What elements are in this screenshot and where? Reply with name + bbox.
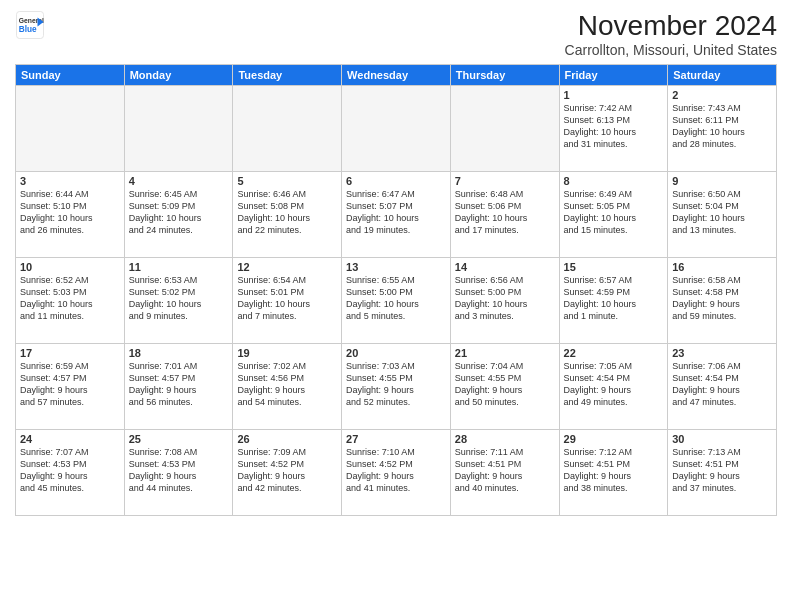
day-number: 24: [20, 433, 120, 445]
day-number: 25: [129, 433, 229, 445]
day-number: 1: [564, 89, 664, 101]
calendar-cell: 17Sunrise: 6:59 AM Sunset: 4:57 PM Dayli…: [16, 344, 125, 430]
day-number: 14: [455, 261, 555, 273]
day-number: 13: [346, 261, 446, 273]
day-number: 5: [237, 175, 337, 187]
day-detail: Sunrise: 7:04 AM Sunset: 4:55 PM Dayligh…: [455, 360, 555, 409]
day-detail: Sunrise: 7:10 AM Sunset: 4:52 PM Dayligh…: [346, 446, 446, 495]
title-block: November 2024 Carrollton, Missouri, Unit…: [565, 10, 777, 58]
calendar-cell: 8Sunrise: 6:49 AM Sunset: 5:05 PM Daylig…: [559, 172, 668, 258]
calendar-cell: [450, 86, 559, 172]
day-detail: Sunrise: 7:12 AM Sunset: 4:51 PM Dayligh…: [564, 446, 664, 495]
day-detail: Sunrise: 7:13 AM Sunset: 4:51 PM Dayligh…: [672, 446, 772, 495]
weekday-header-sunday: Sunday: [16, 65, 125, 86]
day-number: 9: [672, 175, 772, 187]
day-detail: Sunrise: 7:11 AM Sunset: 4:51 PM Dayligh…: [455, 446, 555, 495]
calendar-cell: 24Sunrise: 7:07 AM Sunset: 4:53 PM Dayli…: [16, 430, 125, 516]
day-detail: Sunrise: 7:43 AM Sunset: 6:11 PM Dayligh…: [672, 102, 772, 151]
day-detail: Sunrise: 6:57 AM Sunset: 4:59 PM Dayligh…: [564, 274, 664, 323]
day-number: 7: [455, 175, 555, 187]
day-number: 4: [129, 175, 229, 187]
day-number: 2: [672, 89, 772, 101]
svg-text:Blue: Blue: [19, 25, 37, 34]
day-number: 30: [672, 433, 772, 445]
calendar-cell: [342, 86, 451, 172]
day-number: 12: [237, 261, 337, 273]
day-number: 26: [237, 433, 337, 445]
logo-icon: General Blue: [15, 10, 45, 40]
weekday-header-row: SundayMondayTuesdayWednesdayThursdayFrid…: [16, 65, 777, 86]
day-detail: Sunrise: 7:06 AM Sunset: 4:54 PM Dayligh…: [672, 360, 772, 409]
header: General Blue November 2024 Carrollton, M…: [15, 10, 777, 58]
logo: General Blue: [15, 10, 45, 40]
weekday-header-saturday: Saturday: [668, 65, 777, 86]
day-detail: Sunrise: 6:53 AM Sunset: 5:02 PM Dayligh…: [129, 274, 229, 323]
day-number: 18: [129, 347, 229, 359]
day-number: 3: [20, 175, 120, 187]
day-detail: Sunrise: 6:44 AM Sunset: 5:10 PM Dayligh…: [20, 188, 120, 237]
day-number: 29: [564, 433, 664, 445]
day-detail: Sunrise: 6:47 AM Sunset: 5:07 PM Dayligh…: [346, 188, 446, 237]
day-detail: Sunrise: 7:09 AM Sunset: 4:52 PM Dayligh…: [237, 446, 337, 495]
day-number: 15: [564, 261, 664, 273]
calendar-cell: 4Sunrise: 6:45 AM Sunset: 5:09 PM Daylig…: [124, 172, 233, 258]
calendar-cell: 13Sunrise: 6:55 AM Sunset: 5:00 PM Dayli…: [342, 258, 451, 344]
day-detail: Sunrise: 7:05 AM Sunset: 4:54 PM Dayligh…: [564, 360, 664, 409]
day-number: 11: [129, 261, 229, 273]
day-detail: Sunrise: 6:48 AM Sunset: 5:06 PM Dayligh…: [455, 188, 555, 237]
day-detail: Sunrise: 6:45 AM Sunset: 5:09 PM Dayligh…: [129, 188, 229, 237]
day-number: 28: [455, 433, 555, 445]
day-number: 16: [672, 261, 772, 273]
day-number: 19: [237, 347, 337, 359]
day-detail: Sunrise: 6:58 AM Sunset: 4:58 PM Dayligh…: [672, 274, 772, 323]
calendar-cell: 27Sunrise: 7:10 AM Sunset: 4:52 PM Dayli…: [342, 430, 451, 516]
page-container: General Blue November 2024 Carrollton, M…: [0, 0, 792, 521]
day-detail: Sunrise: 6:54 AM Sunset: 5:01 PM Dayligh…: [237, 274, 337, 323]
day-number: 17: [20, 347, 120, 359]
week-row-3: 10Sunrise: 6:52 AM Sunset: 5:03 PM Dayli…: [16, 258, 777, 344]
week-row-4: 17Sunrise: 6:59 AM Sunset: 4:57 PM Dayli…: [16, 344, 777, 430]
calendar-cell: [124, 86, 233, 172]
calendar-cell: 6Sunrise: 6:47 AM Sunset: 5:07 PM Daylig…: [342, 172, 451, 258]
calendar-cell: 1Sunrise: 7:42 AM Sunset: 6:13 PM Daylig…: [559, 86, 668, 172]
day-detail: Sunrise: 6:55 AM Sunset: 5:00 PM Dayligh…: [346, 274, 446, 323]
week-row-1: 1Sunrise: 7:42 AM Sunset: 6:13 PM Daylig…: [16, 86, 777, 172]
weekday-header-tuesday: Tuesday: [233, 65, 342, 86]
day-number: 8: [564, 175, 664, 187]
calendar-cell: 26Sunrise: 7:09 AM Sunset: 4:52 PM Dayli…: [233, 430, 342, 516]
day-detail: Sunrise: 7:08 AM Sunset: 4:53 PM Dayligh…: [129, 446, 229, 495]
calendar-table: SundayMondayTuesdayWednesdayThursdayFrid…: [15, 64, 777, 516]
calendar-cell: 22Sunrise: 7:05 AM Sunset: 4:54 PM Dayli…: [559, 344, 668, 430]
calendar-cell: 25Sunrise: 7:08 AM Sunset: 4:53 PM Dayli…: [124, 430, 233, 516]
calendar-cell: 2Sunrise: 7:43 AM Sunset: 6:11 PM Daylig…: [668, 86, 777, 172]
calendar-cell: 9Sunrise: 6:50 AM Sunset: 5:04 PM Daylig…: [668, 172, 777, 258]
day-detail: Sunrise: 7:07 AM Sunset: 4:53 PM Dayligh…: [20, 446, 120, 495]
week-row-5: 24Sunrise: 7:07 AM Sunset: 4:53 PM Dayli…: [16, 430, 777, 516]
weekday-header-wednesday: Wednesday: [342, 65, 451, 86]
calendar-cell: 15Sunrise: 6:57 AM Sunset: 4:59 PM Dayli…: [559, 258, 668, 344]
day-number: 10: [20, 261, 120, 273]
calendar-cell: 18Sunrise: 7:01 AM Sunset: 4:57 PM Dayli…: [124, 344, 233, 430]
day-detail: Sunrise: 7:01 AM Sunset: 4:57 PM Dayligh…: [129, 360, 229, 409]
day-number: 27: [346, 433, 446, 445]
calendar-cell: 12Sunrise: 6:54 AM Sunset: 5:01 PM Dayli…: [233, 258, 342, 344]
calendar-cell: 10Sunrise: 6:52 AM Sunset: 5:03 PM Dayli…: [16, 258, 125, 344]
day-detail: Sunrise: 6:56 AM Sunset: 5:00 PM Dayligh…: [455, 274, 555, 323]
weekday-header-thursday: Thursday: [450, 65, 559, 86]
day-detail: Sunrise: 6:52 AM Sunset: 5:03 PM Dayligh…: [20, 274, 120, 323]
day-number: 23: [672, 347, 772, 359]
weekday-header-friday: Friday: [559, 65, 668, 86]
day-number: 6: [346, 175, 446, 187]
calendar-cell: 29Sunrise: 7:12 AM Sunset: 4:51 PM Dayli…: [559, 430, 668, 516]
day-detail: Sunrise: 7:02 AM Sunset: 4:56 PM Dayligh…: [237, 360, 337, 409]
calendar-cell: [233, 86, 342, 172]
calendar-cell: 19Sunrise: 7:02 AM Sunset: 4:56 PM Dayli…: [233, 344, 342, 430]
day-detail: Sunrise: 7:03 AM Sunset: 4:55 PM Dayligh…: [346, 360, 446, 409]
calendar-cell: 16Sunrise: 6:58 AM Sunset: 4:58 PM Dayli…: [668, 258, 777, 344]
calendar-cell: 3Sunrise: 6:44 AM Sunset: 5:10 PM Daylig…: [16, 172, 125, 258]
day-number: 22: [564, 347, 664, 359]
calendar-cell: 14Sunrise: 6:56 AM Sunset: 5:00 PM Dayli…: [450, 258, 559, 344]
day-detail: Sunrise: 6:49 AM Sunset: 5:05 PM Dayligh…: [564, 188, 664, 237]
location: Carrollton, Missouri, United States: [565, 42, 777, 58]
calendar-cell: 11Sunrise: 6:53 AM Sunset: 5:02 PM Dayli…: [124, 258, 233, 344]
